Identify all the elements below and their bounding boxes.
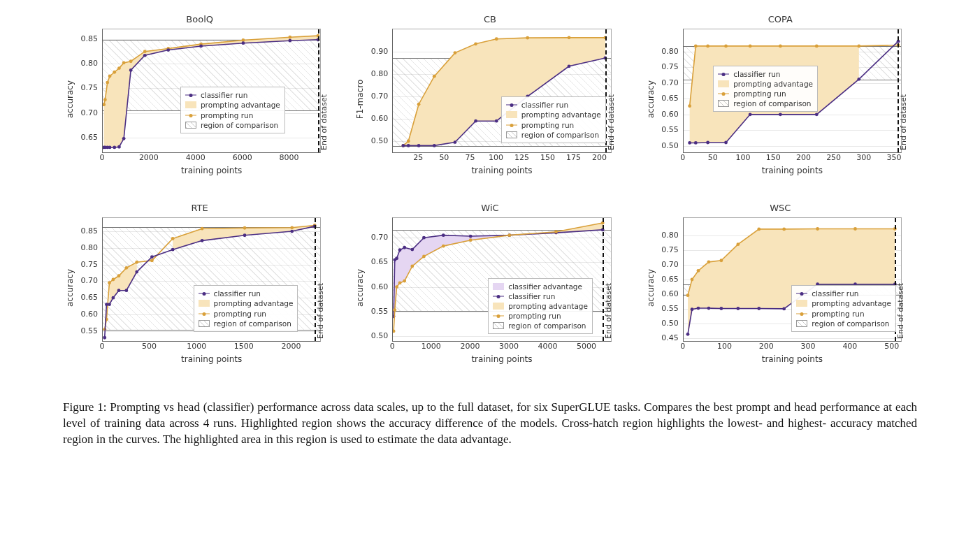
legend-label: prompting run [733,89,786,99]
y-tick-label: 0.60 [81,309,99,318]
y-ticks: 0.650.700.750.800.85 [63,29,101,153]
data-point [706,45,709,48]
x-tick-label: 0 [390,342,395,351]
data-point [143,54,147,57]
figure-caption-text: Prompting vs head (classifier) performan… [63,400,917,446]
x-tick-label: 0 [100,342,105,351]
chart-title: CB [353,14,626,24]
legend-label: prompting advantage [508,301,588,311]
chart-grid: BoolQaccuracyEnd of dataset0.650.700.750… [63,14,917,384]
x-tick-label: 500 [884,342,899,351]
data-point [815,45,819,48]
legend-label: prompting advantage [812,298,891,308]
legend-row: region of comparison [199,319,294,328]
legend-swatch-icon [199,290,210,297]
data-point [241,41,245,45]
plot-wrap: F1-macroEnd of dataset0.500.600.700.800.… [353,26,626,173]
data-point [150,255,154,259]
data-point [394,308,397,312]
x-tick-label: 125 [514,153,529,162]
plot-wrap: accuracyEnd of dataset0.500.550.600.650.… [353,215,626,361]
data-point [111,278,115,282]
end-of-dataset-label: End of dataset [896,220,905,339]
y-tick-label: 0.70 [661,260,679,269]
y-tick-label: 0.50 [371,136,389,145]
x-tick-label: 500 [142,342,157,351]
legend-row: classifier run [796,289,891,298]
data-point [736,307,740,310]
legend-swatch-icon [718,80,729,87]
y-tick-label: 0.85 [81,34,99,43]
data-point [403,280,407,283]
x-tick-label: 100 [489,153,503,162]
legend-label: classifier run [521,100,568,110]
x-axis-label: training points [683,166,902,175]
data-point [495,119,498,123]
data-point [117,274,121,277]
data-point [108,281,111,284]
legend-swatch-icon [185,101,196,108]
legend-label: region of comparison [812,319,889,328]
plot-wrap: accuracyEnd of dataset0.550.600.650.700.… [63,215,336,361]
y-ticks: 0.550.600.650.700.750.800.85 [63,217,101,342]
data-point [694,141,698,145]
legend-swatch-icon [493,303,504,310]
x-tick-label: 100 [736,153,751,162]
data-point [108,74,112,78]
chart-panel-wsc: WSCaccuracyEnd of dataset0.450.500.550.6… [644,203,917,384]
data-point [113,71,116,74]
legend-row: classifier run [493,291,588,301]
data-point [106,81,109,85]
data-point [143,50,147,53]
legend-row: region of comparison [796,319,891,328]
end-of-dataset-label: End of dataset [316,220,325,339]
end-of-dataset-label: End of dataset [607,31,616,150]
data-point [707,260,710,263]
legend-label: prompting advantage [214,298,294,308]
data-point [442,233,445,237]
y-tick-label: 0.65 [661,275,679,284]
y-tick-label: 0.70 [81,276,99,285]
y-tick-label: 0.70 [81,108,99,117]
y-tick-label: 0.55 [81,326,99,335]
legend-row: classifier run [506,100,601,110]
data-point [719,307,723,310]
data-point [411,248,415,252]
legend-swatch-icon [718,100,729,107]
chart-title: RTE [63,203,336,213]
data-point [124,266,128,270]
x-tick-label: 8000 [280,153,299,162]
legend-label: prompting advantage [201,100,280,110]
y-tick-label: 0.50 [371,331,389,340]
y-tick-label: 0.80 [81,59,99,68]
legend-row: prompting advantage [199,298,294,308]
x-tick-label: 0 [100,153,105,162]
data-point [398,248,402,252]
data-point [779,112,782,116]
y-tick-label: 0.75 [661,245,679,254]
legend: classifier runprompting advantageprompti… [791,285,896,332]
data-point [411,265,415,268]
data-point [707,307,710,310]
x-axis-label: training points [683,354,902,364]
legend-swatch-icon [493,322,504,329]
y-tick-label: 0.65 [661,94,679,103]
legend-swatch-icon [199,300,210,307]
legend-label: prompting advantage [733,79,813,89]
legend: classifier runprompting advantageprompti… [194,285,298,332]
legend-label: prompting run [521,120,574,130]
data-point [433,144,436,147]
legend-row: prompting run [796,309,891,319]
legend-swatch-icon [493,283,504,290]
data-point [407,140,410,143]
x-tick-label: 1500 [234,342,254,351]
y-tick-label: 0.65 [81,293,99,302]
legend-label: prompting run [214,309,266,319]
y-tick-label: 0.65 [81,132,99,141]
x-tick-label: 350 [887,153,902,162]
legend-row: region of comparison [506,130,601,140]
data-point [748,112,751,116]
y-tick-label: 0.70 [371,92,389,101]
legend-swatch-icon [796,300,807,307]
data-point [129,68,133,72]
